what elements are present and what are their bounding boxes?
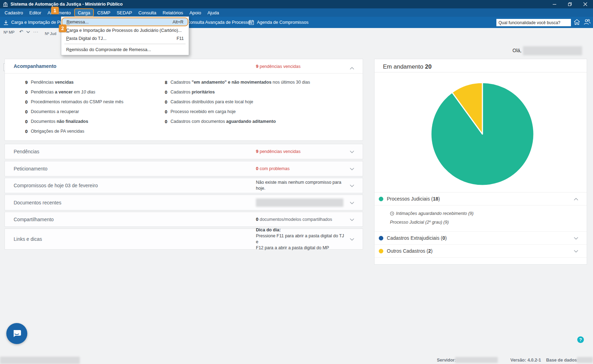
menu-item-label: Remessa... <box>67 20 89 24</box>
acompanhamento-left-item[interactable]: 0Pendências a vencer em 10 dias <box>18 87 156 97</box>
menu-item-relatorios[interactable]: Relatórios <box>160 8 187 17</box>
item-count: 0 <box>158 119 167 124</box>
redacted-user-name <box>523 46 582 55</box>
menu-item-carga[interactable]: Carga <box>74 8 93 17</box>
chevron-down-icon[interactable] <box>350 148 354 155</box>
item-count: 0 <box>158 90 167 95</box>
accordion-summary: 9 pendências vencidas <box>256 144 345 159</box>
accordion-label: Documentos recentes <box>14 200 61 205</box>
window-title: Sistema de Automação da Justiça - Minist… <box>11 2 123 7</box>
accordion-row-compartilhamento[interactable]: Compartilhamento0 documentos/modelos com… <box>5 212 363 227</box>
item-text: Processo recebido em carga hoje <box>170 109 236 114</box>
chevron-up-icon[interactable] <box>350 65 354 71</box>
jud-number-label: Nº Jud <box>45 31 56 36</box>
chat-button[interactable] <box>6 323 27 344</box>
chevron-down-icon[interactable] <box>350 200 354 206</box>
legend-subitem[interactable]: Processo Judicial (2º grau) (9) <box>390 218 587 226</box>
annotation-badge-2: 2 <box>59 24 67 32</box>
acompanhamento-left-item[interactable]: 0Documentos não finalizados <box>18 117 156 126</box>
menu-item-carga-e-importacao-de-processos-do-judiciario-cartorio[interactable]: Carga e Importação de Processos do Judic… <box>61 26 189 34</box>
menu-item-cadastro[interactable]: Cadastro <box>1 8 26 17</box>
menu-item-andamento[interactable]: Andamento <box>44 8 74 17</box>
toolbar-item-consulta-avancada[interactable]: Consulta Avançada de Processos <box>187 17 252 28</box>
restore-button[interactable] <box>562 0 578 8</box>
menu-item-remessa[interactable]: Remessa...Alt+R <box>62 18 188 26</box>
menu-shortcut: F11 <box>176 36 184 41</box>
item-text: Pendências a vencer em 10 dias <box>31 90 95 94</box>
menu-shortcut: Alt+R <box>173 20 183 24</box>
chevron-down-icon[interactable] <box>574 248 578 254</box>
acompanhamento-left-item[interactable]: 0Obrigações de PA vencidas <box>18 126 156 136</box>
chevron-down-icon[interactable] <box>574 235 578 241</box>
home-icon[interactable] <box>573 19 580 26</box>
item-count: 0 <box>158 109 167 114</box>
menu-item-pasta-digital-do-tj[interactable]: Pasta Digital do TJ...F11 <box>61 34 189 42</box>
close-button[interactable] <box>578 0 593 8</box>
acompanhamento-right-item[interactable]: 0Cadastros prioritários <box>158 87 354 97</box>
menu-item-csmp[interactable]: CSMP <box>94 8 114 17</box>
server-label: Servidor: <box>437 358 456 363</box>
acompanhamento-right-item[interactable]: 0Processo recebido em carga hoje <box>158 107 354 117</box>
legend-label: Outros Cadastros (2) <box>387 248 433 254</box>
minimize-button[interactable] <box>547 0 562 8</box>
acompanhamento-header[interactable]: Acompanhamento 9 pendências vencidas <box>5 59 363 74</box>
acompanhamento-card: Acompanhamento 9 pendências vencidas 9Pe… <box>5 59 363 141</box>
acompanhamento-left-item[interactable]: 9Pendências vencidas <box>18 77 156 87</box>
users-icon[interactable] <box>583 19 591 26</box>
menu-item-editor[interactable]: Editor <box>26 8 44 17</box>
accordion-label: Compromissos de hoje 03 de fevereiro <box>14 183 98 188</box>
em-andamento-card: Em andamento 20 Processos Judiciais (18)… <box>374 59 587 265</box>
accordion-row-pendencias[interactable]: Pendências9 pendências vencidas <box>5 144 363 159</box>
pie-chart <box>430 82 535 187</box>
legend-dot <box>379 249 383 253</box>
tip-line: Pressione F11 para abrir a pasta digital… <box>256 233 345 245</box>
accordion-summary: 0 com problemas <box>256 161 345 176</box>
legend-subitem[interactable]: Intimações aguardando recebimento (9) <box>390 209 587 218</box>
chevron-down-icon[interactable] <box>350 236 354 242</box>
acompanhamento-right-item[interactable]: 0Cadastros com documentos aguardando adi… <box>158 117 354 126</box>
menu-item-consulta[interactable]: Consulta <box>135 8 159 17</box>
item-text: Documentos a recuperar <box>31 109 79 114</box>
chevron-down-icon[interactable] <box>350 182 354 189</box>
acompanhamento-left-item[interactable]: 0Documentos a recuperar <box>18 107 156 117</box>
item-count: 0 <box>18 90 28 95</box>
acompanhamento-right-item[interactable]: 8Cadastros "em andamento" e não moviment… <box>158 77 354 87</box>
accordion-row-links-e-dicas[interactable]: Links e dicasDica do dia:Pressione F11 p… <box>5 229 363 250</box>
legend-item-cadastros-extrajudiciais[interactable]: Cadastros Extrajudiciais (0) <box>375 232 587 245</box>
chevron-down-icon[interactable] <box>350 216 354 223</box>
legend-item-processos-judiciais[interactable]: Processos Judiciais (18) <box>375 192 587 205</box>
menu-item-label: Reemissão do Comprovante de Remessa... <box>66 47 151 52</box>
item-count: 0 <box>18 99 28 105</box>
menu-item-sedap[interactable]: SEDAP <box>113 8 135 17</box>
search-input[interactable] <box>496 19 571 26</box>
greeting-text: Olá, <box>512 48 522 53</box>
toolbar-item-agenda[interactable]: Agenda de Compromissos <box>249 17 308 28</box>
menu-separator <box>64 44 186 44</box>
summary-line: hoje. <box>256 186 345 191</box>
acompanhamento-left-item[interactable]: 0Procedimentos retornados do CSMP neste … <box>18 97 156 107</box>
item-text: Pendências vencidas <box>31 80 74 85</box>
legend-label: Processos Judiciais (18) <box>387 196 440 202</box>
menu-item-ajuda[interactable]: Ajuda <box>204 8 222 17</box>
acompanhamento-right-item[interactable]: 0Cadastros distribuídos para este local … <box>158 97 354 107</box>
item-text: Cadastros prioritários <box>170 90 215 94</box>
chevron-down-icon[interactable] <box>350 166 354 172</box>
accordion-row-documentos-recentes[interactable]: Documentos recentes <box>5 195 363 210</box>
accordion-row-compromissos-de-hoje-03-de-fevereiro[interactable]: Compromissos de hoje 03 de fevereiroNão … <box>5 178 363 193</box>
accordion-row-peticionamento[interactable]: Peticionamento0 com problemas <box>5 161 363 176</box>
tip-line: F12 para a abrir a pasta digital do MP <box>256 245 345 251</box>
chevron-down-icon[interactable] <box>26 29 30 34</box>
item-count: 9 <box>18 80 28 85</box>
menubar: CadastroEditorAndamentoCargaCSMPSEDAPCon… <box>0 8 593 17</box>
undo-icon[interactable]: ↶ <box>19 29 23 34</box>
menu-item-reemissao-do-comprovante-de-remessa[interactable]: Reemissão do Comprovante de Remessa... <box>61 46 189 54</box>
chevron-up-icon[interactable] <box>574 196 578 202</box>
menu-item-label: Pasta Digital do TJ... <box>66 36 106 41</box>
database-label: Base de dados: <box>546 358 578 363</box>
menu-item-apoio[interactable]: Apoio <box>186 8 204 17</box>
item-text: Cadastros "em andamento" e não movimenta… <box>170 80 310 85</box>
legend-sublist: Intimações aguardando recebimento (9)Pro… <box>375 205 587 232</box>
legend-item-outros-cadastros[interactable]: Outros Cadastros (2) <box>375 245 587 258</box>
help-button[interactable]: ? <box>577 336 584 343</box>
more-options-icon[interactable]: ··· <box>33 29 39 34</box>
